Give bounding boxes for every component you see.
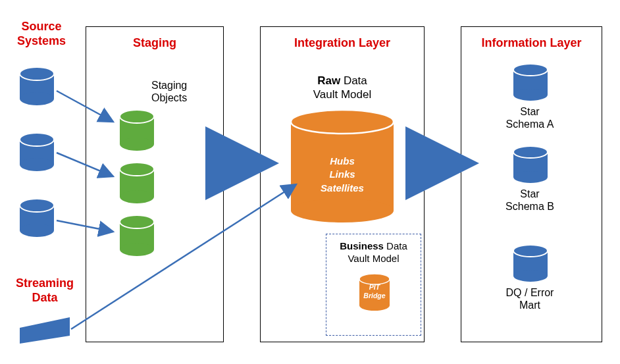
arrows-layer — [0, 0, 620, 364]
svg-line-37 — [71, 184, 296, 329]
svg-line-35 — [57, 153, 113, 176]
svg-line-36 — [57, 221, 113, 232]
svg-line-34 — [57, 91, 113, 122]
